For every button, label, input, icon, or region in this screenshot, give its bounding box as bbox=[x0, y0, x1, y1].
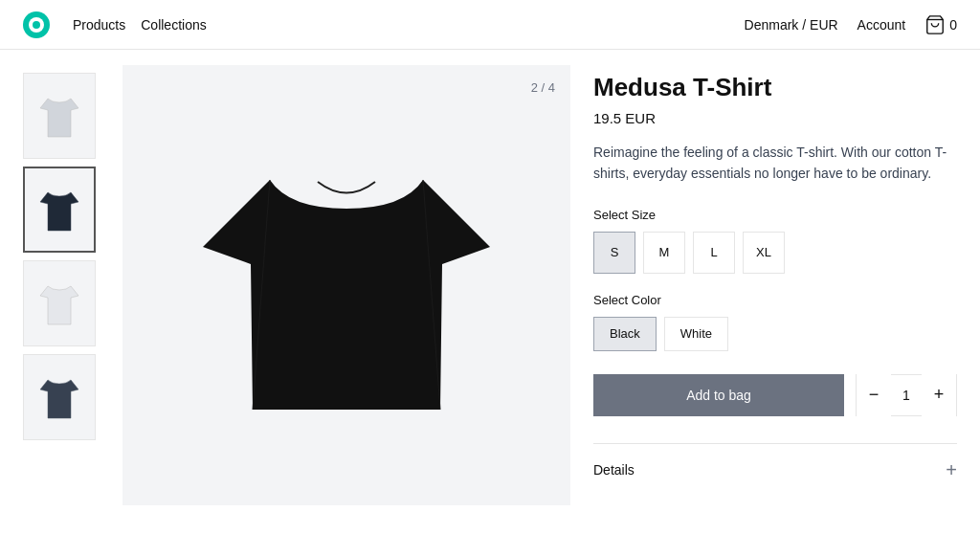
details-section: Details + bbox=[593, 443, 957, 481]
thumbnail-list bbox=[23, 65, 100, 505]
thumb-img-2 bbox=[38, 185, 80, 234]
nav-products[interactable]: Products bbox=[73, 17, 125, 33]
details-toggle[interactable]: Details + bbox=[593, 459, 957, 481]
cart-icon bbox=[924, 14, 946, 35]
cart-button[interactable]: 0 bbox=[924, 14, 957, 35]
product-description: Reimagine the feeling of a classic T-shi… bbox=[593, 142, 957, 185]
thumb-img-3 bbox=[38, 278, 80, 328]
size-xl[interactable]: XL bbox=[743, 232, 785, 274]
header: Products Collections Denmark / EUR Accou… bbox=[0, 0, 980, 50]
size-l[interactable]: L bbox=[693, 232, 735, 274]
product-page: 2 / 4 Medusa T-Shirt 19.5 EUR Reimagine … bbox=[0, 50, 980, 521]
main-nav: Products Collections bbox=[73, 17, 207, 33]
logo[interactable] bbox=[23, 11, 50, 38]
account-link[interactable]: Account bbox=[858, 17, 906, 33]
color-black[interactable]: Black bbox=[593, 317, 657, 351]
thumbnail-4[interactable] bbox=[23, 354, 96, 440]
color-section: Select Color Black White bbox=[593, 293, 957, 351]
region-selector[interactable]: Denmark / EUR bbox=[745, 17, 838, 33]
cart-count: 0 bbox=[949, 17, 957, 33]
thumbnail-2[interactable] bbox=[23, 167, 96, 253]
size-section: Select Size S M L XL bbox=[593, 208, 957, 274]
thumbnail-1[interactable] bbox=[23, 73, 96, 159]
size-s[interactable]: S bbox=[593, 232, 635, 274]
product-info: Medusa T-Shirt 19.5 EUR Reimagine the fe… bbox=[593, 65, 957, 505]
color-white[interactable]: White bbox=[664, 317, 728, 351]
product-image bbox=[193, 122, 500, 448]
add-to-bag-button[interactable]: Add to bag bbox=[593, 374, 844, 416]
thumb-img-1 bbox=[38, 91, 80, 141]
color-label: Select Color bbox=[593, 293, 957, 307]
size-m[interactable]: M bbox=[643, 232, 685, 274]
thumb-img-4 bbox=[38, 372, 80, 422]
main-image: 2 / 4 bbox=[122, 65, 570, 505]
color-options: Black White bbox=[593, 317, 957, 351]
product-price: 19.5 EUR bbox=[593, 110, 957, 126]
size-options: S M L XL bbox=[593, 232, 957, 274]
details-expand-icon: + bbox=[946, 459, 957, 481]
quantity-control: − 1 + bbox=[856, 374, 957, 416]
image-counter: 2 / 4 bbox=[531, 80, 555, 95]
product-title: Medusa T-Shirt bbox=[593, 73, 957, 102]
details-label: Details bbox=[593, 462, 635, 478]
header-right: Denmark / EUR Account 0 bbox=[745, 14, 957, 35]
thumbnail-3[interactable] bbox=[23, 260, 96, 346]
nav-collections[interactable]: Collections bbox=[141, 17, 206, 33]
add-to-bag-row: Add to bag − 1 + bbox=[593, 374, 957, 416]
quantity-increment[interactable]: + bbox=[922, 374, 956, 416]
quantity-value: 1 bbox=[891, 388, 922, 403]
svg-point-2 bbox=[33, 21, 40, 29]
size-label: Select Size bbox=[593, 208, 957, 222]
quantity-decrement[interactable]: − bbox=[857, 374, 891, 416]
